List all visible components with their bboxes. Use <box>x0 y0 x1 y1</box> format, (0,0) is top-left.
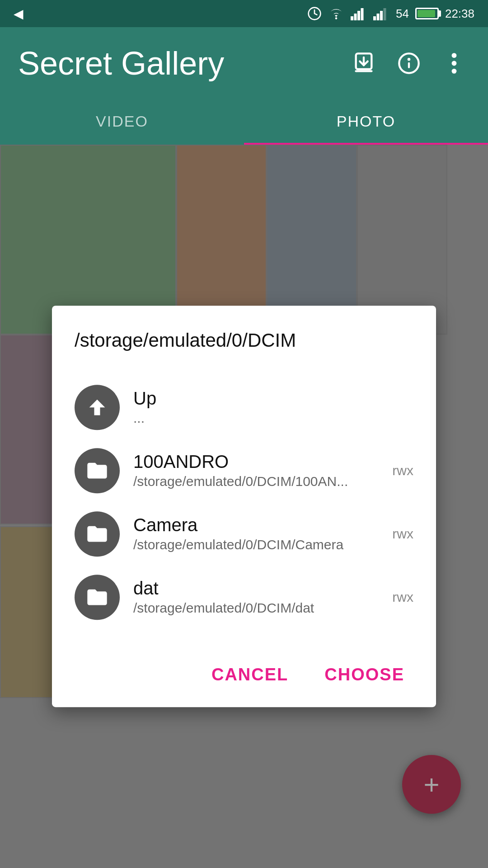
folder-item-camera[interactable]: Camera /storage/emulated/0/DCIM/Camera r… <box>75 502 413 566</box>
battery-level: 54 <box>396 7 409 21</box>
folder-icon <box>85 585 109 609</box>
folder-camera-perm: rwx <box>392 526 413 542</box>
folder-icon <box>85 522 109 546</box>
folder-item-dat[interactable]: dat /storage/emulated/0/DCIM/dat rwx <box>75 566 413 629</box>
folder-picker-dialog: /storage/emulated/0/DCIM Up ... <box>52 306 436 707</box>
folder-dat-name: dat <box>133 578 379 599</box>
svg-point-17 <box>452 61 457 66</box>
tabs: VIDEO PHOTO <box>0 99 488 145</box>
folder-100andro-perm: rwx <box>392 463 413 478</box>
svg-rect-2 <box>351 16 353 20</box>
folder-up-name: Up <box>133 388 413 409</box>
folder-dat-icon-circle <box>75 575 120 620</box>
folder-item-100andro[interactable]: 100ANDRO /storage/emulated/0/DCIM/100AN.… <box>75 439 413 502</box>
folder-100andro-path: /storage/emulated/0/DCIM/100AN... <box>133 474 379 489</box>
battery-icon <box>415 8 439 19</box>
svg-rect-5 <box>361 8 364 20</box>
dialog-current-path: /storage/emulated/0/DCIM <box>75 328 413 353</box>
signal2-icon <box>373 6 389 21</box>
svg-rect-7 <box>377 14 380 20</box>
folder-camera-info: Camera /storage/emulated/0/DCIM/Camera <box>133 515 379 552</box>
time-display: 22:38 <box>445 7 474 21</box>
folder-camera-name: Camera <box>133 515 379 535</box>
app-bar: Secret Gallery <box>0 27 488 99</box>
up-icon-circle <box>75 385 120 430</box>
usb-icon: ◀ <box>14 6 23 21</box>
clock-icon <box>307 6 322 21</box>
tab-photo[interactable]: PHOTO <box>244 99 488 145</box>
folder-dat-perm: rwx <box>392 590 413 605</box>
folder-100andro-name: 100ANDRO <box>133 452 379 472</box>
svg-rect-3 <box>354 14 357 20</box>
svg-rect-6 <box>373 16 376 20</box>
battery-fill <box>418 10 435 17</box>
folder-100andro-icon-circle <box>75 448 120 493</box>
folder-list: Up ... 100ANDRO /storage/emulated/0/DCIM… <box>75 376 413 629</box>
folder-up-info: Up ... <box>133 388 413 426</box>
folder-dat-info: dat /storage/emulated/0/DCIM/dat <box>133 578 379 616</box>
svg-point-1 <box>335 17 338 19</box>
cancel-button[interactable]: CANCEL <box>202 660 297 689</box>
background-content: /storage/emulated/0/DCIM Up ... <box>0 145 488 868</box>
app-bar-actions <box>348 47 470 79</box>
folder-camera-icon-circle <box>75 511 120 557</box>
folder-item-up[interactable]: Up ... <box>75 376 413 439</box>
arrow-up-icon <box>85 396 109 419</box>
status-bar: ◀ 54 22:38 <box>0 0 488 27</box>
folder-up-subtext: ... <box>133 410 413 426</box>
status-bar-left: ◀ <box>14 6 23 21</box>
info-button[interactable] <box>393 47 425 79</box>
svg-point-18 <box>452 69 457 74</box>
app-title: Secret Gallery <box>18 45 339 82</box>
svg-rect-9 <box>384 8 386 20</box>
folder-camera-path: /storage/emulated/0/DCIM/Camera <box>133 537 379 552</box>
wifi-icon <box>328 7 344 20</box>
svg-rect-8 <box>380 11 383 20</box>
svg-point-16 <box>452 53 457 58</box>
signal-icon <box>351 6 367 21</box>
dialog-buttons: CANCEL CHOOSE <box>75 651 413 689</box>
download-button[interactable] <box>348 47 380 79</box>
svg-rect-4 <box>357 11 360 20</box>
tab-video[interactable]: VIDEO <box>0 99 244 145</box>
folder-100andro-info: 100ANDRO /storage/emulated/0/DCIM/100AN.… <box>133 452 379 489</box>
folder-icon <box>85 459 109 482</box>
folder-dat-path: /storage/emulated/0/DCIM/dat <box>133 600 379 616</box>
more-options-button[interactable] <box>438 47 470 79</box>
choose-button[interactable]: CHOOSE <box>315 660 413 689</box>
status-bar-right: 54 22:38 <box>307 6 474 21</box>
